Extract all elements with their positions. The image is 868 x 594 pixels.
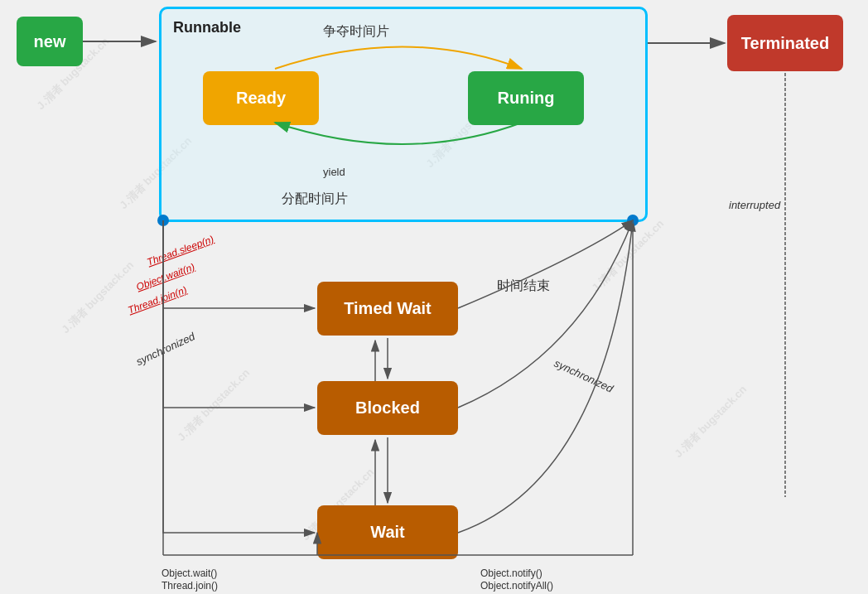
watermark: J.清者 bugstack.cn bbox=[59, 258, 137, 337]
diagram-container: J.清者 bugstack.cn J.清者 bugstack.cn J.清者 b… bbox=[0, 0, 868, 594]
terminated-label: Terminated bbox=[741, 34, 829, 53]
label-object-notify-all: Object.notifyAll() bbox=[480, 580, 553, 592]
label-interrupted: interrupted bbox=[729, 199, 780, 211]
ready-state-box: Ready bbox=[203, 71, 319, 125]
label-thread-join: Thread.join() bbox=[162, 580, 218, 592]
timed-wait-state-box: Timed Wait bbox=[317, 282, 458, 336]
label-thread-join-n: Thread.join(n) bbox=[127, 284, 189, 316]
dot-left bbox=[157, 215, 169, 226]
blocked-label: Blocked bbox=[355, 398, 420, 418]
ready-label: Ready bbox=[236, 89, 286, 108]
runnable-label: Runnable bbox=[173, 19, 241, 36]
watermark: J.清者 bugstack.cn bbox=[589, 217, 668, 296]
label-yield: yield bbox=[323, 166, 345, 178]
label-object-wait-n: Object.wait(n) bbox=[135, 261, 196, 292]
watermark: J.清者 bugstack.cn bbox=[175, 366, 253, 445]
running-label: Runing bbox=[498, 89, 555, 108]
terminated-state-box: Terminated bbox=[727, 15, 843, 71]
label-分配时间片: 分配时间片 bbox=[282, 191, 348, 208]
wait-state-box: Wait bbox=[317, 505, 458, 559]
runnable-container: Runnable Ready Runing bbox=[159, 7, 648, 222]
label-争夺时间片: 争夺时间片 bbox=[323, 23, 389, 41]
label-object-notify: Object.notify() bbox=[480, 567, 542, 579]
label-thread-sleep: Thread.sleep(n) bbox=[146, 233, 215, 268]
new-state-box: new bbox=[17, 17, 83, 66]
label-synchronized-left: synchronized bbox=[134, 330, 197, 368]
label-synchronized-right: synchronized bbox=[552, 357, 615, 395]
blocked-state-box: Blocked bbox=[317, 381, 458, 435]
new-label: new bbox=[34, 32, 66, 51]
running-state-box: Runing bbox=[468, 71, 584, 125]
dot-right bbox=[627, 215, 639, 226]
timed-wait-label: Timed Wait bbox=[344, 299, 432, 318]
label-object-wait: Object.wait() bbox=[162, 567, 217, 579]
watermark: J.清者 bugstack.cn bbox=[672, 383, 750, 461]
label-时间结束: 时间结束 bbox=[497, 278, 550, 295]
wait-label: Wait bbox=[370, 523, 404, 542]
